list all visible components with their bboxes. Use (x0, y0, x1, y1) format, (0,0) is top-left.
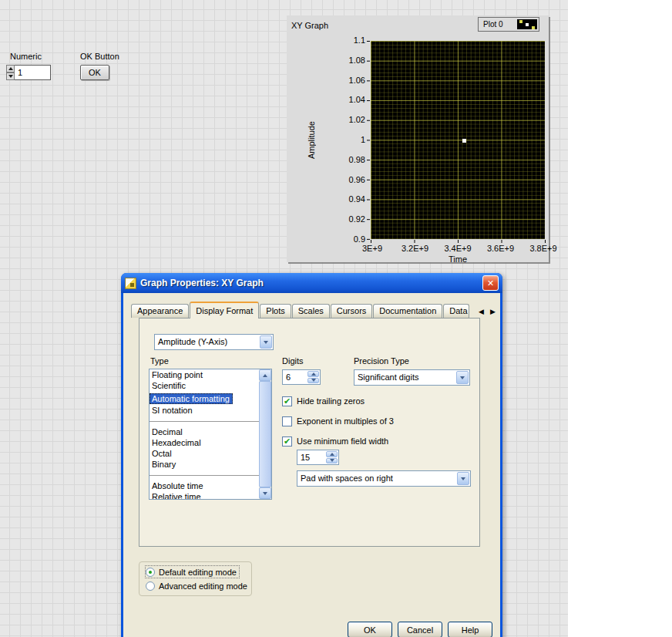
list-item-octal[interactable]: Octal (150, 448, 259, 459)
chevron-down-icon[interactable] (456, 371, 469, 384)
decrement-arrow-icon[interactable] (6, 72, 15, 80)
list-item-decimal[interactable]: Decimal (150, 426, 259, 437)
list-item-scientific[interactable]: Scientific (150, 380, 259, 391)
y-tick-label: 1.06 (349, 76, 365, 85)
increment-arrow-icon[interactable] (6, 65, 15, 72)
plot-style-icon[interactable] (517, 19, 537, 29)
list-item-floating-point[interactable]: Floating point (150, 369, 259, 380)
radio-label: Advanced editing mode (159, 581, 247, 591)
radio-default-editing-mode[interactable]: Default editing mode (146, 566, 239, 578)
separator-line (150, 475, 259, 476)
checkbox-box-icon[interactable]: ✔ (282, 396, 292, 406)
cancel-button[interactable]: Cancel (398, 622, 442, 637)
xy-graph: XY Graph Plot 0 Amplitude 1.11.081.061.0… (287, 15, 549, 262)
radio-advanced-editing-mode[interactable]: Advanced editing mode (146, 580, 250, 592)
y-tick-labels: 1.11.081.061.041.0210.980.960.940.920.9 (316, 36, 365, 244)
checkbox-label: Exponent in multiples of 3 (297, 416, 394, 426)
plot-legend[interactable]: Plot 0 (478, 17, 539, 32)
tab-display-format[interactable]: Display Format (190, 302, 259, 318)
checkbox-use-minimum-field-width[interactable]: ✔Use minimum field width (282, 436, 394, 447)
ok-button-label: OK Button (80, 52, 119, 61)
digits-label: Digits (282, 356, 304, 366)
tab-scroll-left-icon[interactable]: ◀ (479, 308, 484, 315)
scroll-down-icon[interactable] (259, 487, 271, 499)
numeric-input[interactable]: 1 (15, 65, 51, 80)
tab-data[interactable]: Data (443, 304, 469, 318)
tab-scroll-right-icon[interactable]: ▶ (490, 308, 496, 315)
plot-area[interactable] (371, 41, 545, 239)
close-button[interactable]: ✕ (482, 275, 499, 291)
close-icon: ✕ (487, 279, 494, 288)
numeric-control[interactable]: 1 (6, 65, 51, 80)
x-tick-labels: 3E+93.2E+93.4E+93.6E+93.8E+9 (355, 244, 560, 253)
dialog-body: AppearanceDisplay FormatPlotsScalesCurso… (123, 293, 500, 637)
y-tick-label: 1 (361, 136, 365, 144)
list-item-hexadecimal[interactable]: Hexadecimal (150, 437, 259, 448)
display-format-tab-page: Amplitude (Y-Axis) Type Floating pointSc… (139, 318, 480, 547)
y-tick-label: 1.08 (349, 56, 365, 65)
scrollbar-thumb[interactable] (259, 381, 271, 487)
field-width-spinner[interactable]: 15 (297, 450, 339, 465)
digits-spinner[interactable]: 6 (282, 369, 321, 385)
tab-scales[interactable]: Scales (292, 304, 330, 318)
chevron-down-icon[interactable] (457, 472, 469, 485)
digits-updown[interactable] (307, 371, 319, 383)
chevron-down-icon[interactable] (260, 335, 272, 349)
tab-plots[interactable]: Plots (260, 304, 291, 318)
panel-ok-button[interactable]: OK (80, 65, 109, 80)
y-tick-label: 0.9 (354, 235, 365, 244)
list-item-automatic-formatting[interactable]: Automatic formatting (150, 393, 233, 404)
dialog-titlebar[interactable]: Graph Properties: XY Graph ✕ (121, 273, 502, 293)
format-type-listbox[interactable]: Floating pointScientificAutomatic format… (149, 369, 272, 500)
y-tick-label: 0.98 (349, 156, 365, 164)
graph-properties-dialog: Graph Properties: XY Graph ✕ AppearanceD… (121, 273, 502, 637)
separator-line (150, 421, 259, 422)
graph-title: XY Graph (291, 21, 328, 30)
numeric-label: Numeric (10, 52, 42, 61)
radio-button-icon[interactable] (146, 581, 155, 591)
spin-down-icon[interactable] (307, 378, 319, 384)
spin-up-icon[interactable] (326, 451, 338, 457)
checkbox-hide-trailing-zeros[interactable]: ✔Hide trailing zeros (282, 396, 394, 406)
help-button[interactable]: Help (448, 622, 492, 637)
labview-front-panel: Numeric 1 OK Button OK XY Graph Plot 0 A… (0, 0, 568, 637)
list-item-absolute-time[interactable]: Absolute time (150, 480, 259, 491)
y-tick-label: 1.02 (349, 116, 365, 124)
labview-app-icon (125, 278, 136, 289)
numeric-increment-decrement[interactable] (6, 65, 15, 80)
scroll-up-icon[interactable] (259, 369, 271, 381)
checkbox-label: Hide trailing zeros (297, 396, 365, 406)
tab-appearance[interactable]: Appearance (131, 304, 189, 318)
ok-button[interactable]: OK (348, 622, 392, 637)
x-tick-label: 3.8E+9 (526, 244, 560, 253)
precision-type-dropdown[interactable]: Significant digits (354, 369, 470, 386)
y-tick-label: 1.1 (354, 36, 365, 45)
digits-value: 6 (283, 370, 307, 384)
checkbox-box-icon[interactable] (282, 416, 292, 426)
pad-mode-value: Pad with spaces on right (297, 471, 456, 486)
x-axis-label: Time (371, 254, 545, 264)
checkbox-box-icon[interactable]: ✔ (282, 436, 292, 447)
field-width-updown[interactable] (326, 451, 338, 463)
list-item-si-notation[interactable]: SI notation (150, 405, 259, 416)
checkbox-group: ✔Hide trailing zerosExponent in multiple… (282, 396, 394, 456)
tab-documentation[interactable]: Documentation (373, 304, 442, 318)
spin-up-icon[interactable] (307, 371, 319, 377)
checkbox-exponent-in-multiples-of-3[interactable]: Exponent in multiples of 3 (282, 416, 394, 426)
tab-cursors[interactable]: Cursors (331, 304, 373, 318)
axis-selector-dropdown[interactable]: Amplitude (Y-Axis) (154, 334, 274, 350)
x-tick-label: 3.4E+9 (441, 244, 475, 253)
pad-mode-dropdown[interactable]: Pad with spaces on right (297, 470, 471, 487)
list-separator (150, 416, 259, 426)
list-item-binary[interactable]: Binary (150, 459, 259, 470)
spin-down-icon[interactable] (326, 458, 338, 464)
list-separator (150, 470, 259, 480)
listbox-scrollbar[interactable] (259, 369, 271, 499)
list-item-relative-time[interactable]: Relative time (150, 491, 259, 499)
x-tick-label: 3E+9 (355, 244, 389, 253)
checkbox-label: Use minimum field width (297, 436, 388, 446)
y-axis-label: Amplitude (307, 41, 316, 239)
radio-button-icon[interactable] (146, 568, 155, 577)
x-tick-label: 3.6E+9 (484, 244, 518, 253)
y-tick-label: 0.92 (349, 215, 365, 224)
